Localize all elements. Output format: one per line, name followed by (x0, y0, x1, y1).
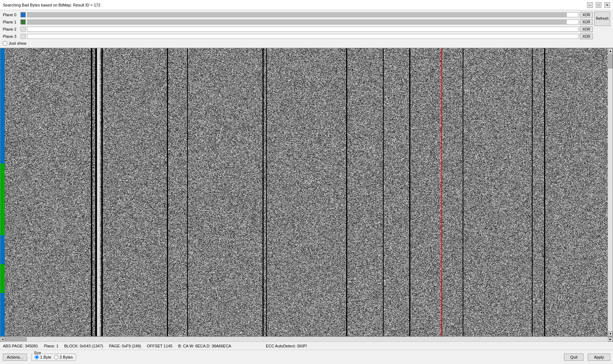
radio-1byte-row: 1 Byte (35, 355, 51, 359)
scrollbar-right-button[interactable]: ► (608, 337, 613, 342)
just-show-row: Just show (3, 40, 610, 46)
scrollbar-track (5, 337, 608, 342)
plane1-label: Plane 1 (3, 20, 19, 24)
window-title: Searching Bad Bytes based on BitMap: Res… (3, 3, 101, 7)
scrollbar-down-button[interactable]: ▼ (608, 331, 613, 336)
plane0-label: Plane 0 (3, 13, 19, 17)
bitmap-container[interactable]: ▲ ▼ (0, 48, 613, 337)
minimize-button[interactable]: ─ (587, 2, 593, 8)
scrollbar-thumb[interactable] (608, 54, 613, 68)
scrollbar-thumb-h[interactable] (5, 337, 27, 341)
plane0-row: Plane 0 XOR (3, 12, 593, 18)
plane0-color[interactable] (21, 12, 26, 17)
just-show-label: Just show (9, 41, 26, 45)
red-cursor-line (441, 48, 442, 336)
black-bar-9 (383, 48, 384, 336)
abs-page-status: ABS PAGE: 345081 (3, 344, 38, 348)
planes-panel: Plane 0 XOR Plane 1 XOR Plane 2 (0, 10, 613, 48)
planes-rows-col: Plane 0 XOR Plane 1 XOR Plane 2 (3, 12, 593, 40)
horizontal-scrollbar[interactable]: ◄ ► (0, 337, 613, 342)
plane0-xor-button[interactable]: XOR (580, 12, 593, 18)
plane3-xor-button[interactable]: XOR (580, 34, 593, 39)
status-bar: ABS PAGE: 345081 Plane: 1 BLOCK: 0x543 (… (0, 342, 613, 350)
size-group-label: Size (33, 351, 41, 355)
white-bar-1 (97, 48, 100, 336)
plane2-label: Plane 2 (3, 27, 19, 31)
plane0-bar (27, 12, 578, 17)
plane2-row: Plane 2 XOR (3, 26, 593, 32)
bca-status: B: CA W: 6ECA D: 38A66ECA (178, 344, 231, 348)
plane1-bar (27, 19, 578, 25)
apply-button[interactable]: Apply (588, 354, 610, 361)
black-bar-5 (187, 48, 188, 336)
plane3-label: Plane 3 (3, 34, 19, 39)
black-bar-1 (91, 48, 92, 336)
refresh-button[interactable]: Refresh (594, 12, 610, 26)
black-bar-7 (266, 48, 267, 336)
radio-2bytes-label: 2 Bytes (59, 355, 73, 359)
bottom-bar: Actions... Size 1 Byte 2 Bytes Quit Appl… (0, 350, 613, 364)
plane2-xor-button[interactable]: XOR (580, 26, 593, 32)
black-bar-4 (167, 48, 168, 336)
just-show-checkbox[interactable] (3, 41, 7, 45)
actions-button[interactable]: Actions... (3, 354, 27, 361)
plane2-color[interactable] (21, 27, 26, 32)
black-bar-3 (101, 48, 103, 336)
quit-button[interactable]: Quit (564, 354, 583, 361)
plane3-row: Plane 3 XOR (3, 33, 593, 40)
plane2-bar (27, 27, 578, 32)
plane1-xor-button[interactable]: XOR (580, 19, 593, 25)
black-bar-12 (532, 48, 533, 336)
black-bar-6 (263, 48, 264, 336)
plane1-color[interactable] (21, 19, 26, 25)
ecc-status: ECC AutoDetect: SKIP! (266, 344, 307, 348)
planes-with-refresh: Plane 0 XOR Plane 1 XOR Plane 2 (3, 12, 610, 40)
black-bar-11 (463, 48, 463, 336)
plane-status: Plane: 1 (44, 344, 58, 348)
plane3-bar (27, 34, 578, 39)
title-bar: Searching Bad Bytes based on BitMap: Res… (0, 0, 613, 10)
window-controls: ─ □ ✕ (587, 2, 610, 8)
radio-1byte[interactable] (35, 355, 39, 359)
maximize-button[interactable]: □ (596, 2, 601, 8)
page-status: PAGE: 0xF9 (249) (109, 344, 141, 348)
size-group: Size 1 Byte 2 Bytes (31, 354, 76, 361)
left-color-strip (0, 48, 5, 336)
black-bar-10 (409, 48, 410, 336)
close-button[interactable]: ✕ (604, 2, 610, 8)
plane3-color[interactable] (21, 34, 26, 39)
black-bar-8 (346, 48, 347, 336)
radio-2bytes[interactable] (54, 355, 58, 359)
black-bar-13 (544, 48, 545, 336)
plane1-row: Plane 1 XOR (3, 19, 593, 25)
vertical-scrollbar[interactable]: ▲ ▼ (608, 48, 613, 336)
offset-status: OFFSET 1145 (147, 344, 172, 348)
scrollbar-left-button[interactable]: ◄ (0, 337, 5, 342)
scrollbar-up-button[interactable]: ▲ (608, 48, 613, 53)
block-status: BLOCK: 0x543 (1347) (64, 344, 103, 348)
radio-1byte-label: 1 Byte (40, 355, 51, 359)
radio-2bytes-row: 2 Bytes (54, 355, 73, 359)
